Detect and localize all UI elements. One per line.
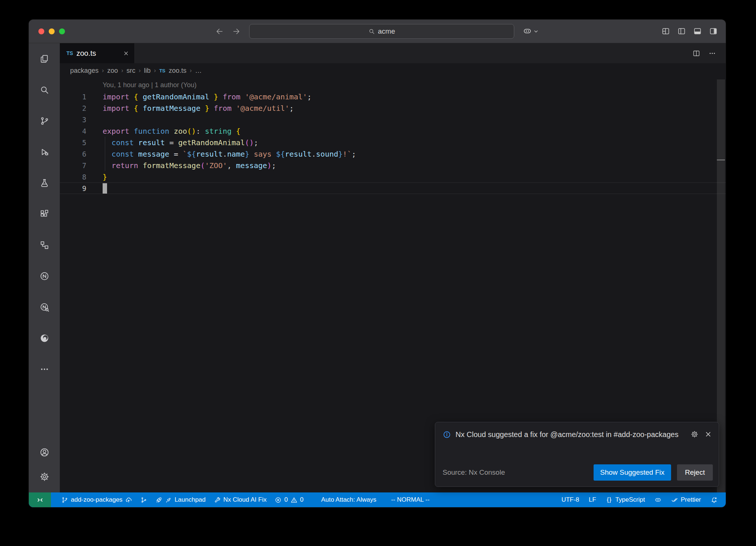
status-auto-attach[interactable]: Auto Attach: Always	[320, 492, 378, 507]
status-remote[interactable]	[29, 492, 51, 507]
files-icon	[39, 54, 49, 64]
editor-cursor	[103, 183, 107, 194]
activity-bar-item-search[interactable]	[29, 74, 60, 105]
status-nx-cloud-ai-fix-label: Nx Cloud AI Fix	[223, 496, 267, 504]
show-suggested-fix-button[interactable]: Show Suggested Fix	[594, 464, 671, 481]
plug-icon	[165, 496, 172, 504]
status-vim-mode[interactable]: -- NORMAL --	[389, 492, 431, 507]
status-launchpad[interactable]: Launchpad	[154, 492, 207, 507]
activity-bar-item-accounts[interactable]	[29, 440, 60, 464]
titlebar: acme	[29, 20, 726, 43]
window-close-button[interactable]	[38, 28, 44, 34]
activity-bar-item-settings[interactable]	[29, 464, 60, 489]
customize-layout-icon[interactable]	[662, 27, 670, 35]
breadcrumb-item[interactable]: packages	[70, 67, 99, 75]
status-copilot[interactable]	[653, 492, 663, 507]
tab-zoo-ts[interactable]: TS zoo.ts	[60, 43, 135, 63]
code-text: export function zoo(): string {	[103, 127, 240, 136]
code-line-8[interactable]: 8}	[60, 171, 726, 182]
notification-source: Source: Nx Console	[443, 468, 505, 477]
activity-bar	[29, 43, 60, 492]
activity-bar-item-edge-tools[interactable]	[29, 323, 60, 354]
code-line-1[interactable]: 1import { getRandomAnimal } from '@acme/…	[60, 91, 726, 102]
error-icon	[275, 496, 282, 504]
activity-bar-item-testing[interactable]	[29, 167, 60, 198]
status-nx-cloud-ai-fix[interactable]: Nx Cloud AI Fix	[212, 492, 268, 507]
code-text: const result = getRandomAnimal();	[103, 138, 258, 147]
breadcrumb-item[interactable]: lib	[144, 67, 151, 75]
notification-close-icon[interactable]	[704, 430, 712, 438]
navigate-forward-icon[interactable]	[232, 27, 241, 36]
line-number: 2	[60, 104, 92, 112]
breadcrumb-item[interactable]: zoo	[107, 67, 118, 75]
line-number: 6	[60, 150, 92, 158]
reject-button[interactable]: Reject	[677, 464, 713, 481]
code-line-9[interactable]: 9	[60, 182, 726, 194]
status-encoding-label: UTF-8	[561, 496, 579, 504]
code-line-2[interactable]: 2import { formatMessage } from '@acme/ut…	[60, 102, 726, 114]
breadcrumb-symbol-more[interactable]: …	[195, 67, 202, 75]
activity-bar-item-explorer[interactable]	[29, 43, 60, 74]
window-minimize-button[interactable]	[49, 28, 55, 34]
breadcrumb-item-file[interactable]: zoo.ts	[169, 67, 186, 75]
tab-close-icon[interactable]	[123, 50, 129, 57]
line-number: 4	[60, 127, 92, 135]
status-eol[interactable]: LF	[587, 492, 598, 507]
code-text: import { getRandomAnimal } from '@acme/a…	[103, 92, 312, 101]
status-problems-label: 0	[284, 496, 288, 504]
more-actions-icon[interactable]	[708, 50, 716, 57]
status-notifications[interactable]	[709, 492, 719, 507]
activity-bar-item-source-control[interactable]	[29, 105, 60, 136]
code-line-5[interactable]: 5 const result = getRandomAnimal();	[60, 137, 726, 148]
status-source-control-graph[interactable]	[139, 492, 149, 507]
notification-settings-gear-icon[interactable]	[691, 430, 698, 438]
code-line-4[interactable]: 4export function zoo(): string {	[60, 125, 726, 137]
boxes-icon	[39, 240, 49, 250]
command-center-search[interactable]: acme	[249, 24, 514, 39]
split-editor-icon[interactable]	[693, 50, 700, 57]
info-icon	[443, 430, 451, 439]
breadcrumb-item[interactable]: src	[127, 67, 135, 75]
rocket-icon	[155, 496, 162, 504]
toggle-panel-icon[interactable]	[693, 27, 702, 35]
status-language-label: TypeScript	[615, 496, 645, 504]
toggle-primary-sidebar-icon[interactable]	[677, 27, 686, 35]
navigate-back-icon[interactable]	[215, 27, 224, 36]
line-number: 3	[60, 116, 92, 124]
git-branch-icon	[61, 496, 68, 504]
activity-bar-item-nx-console[interactable]	[29, 260, 60, 291]
breadcrumb-separator: ›	[139, 67, 141, 74]
wrench-icon	[214, 496, 221, 504]
line-number: 9	[60, 184, 92, 192]
account-icon	[39, 447, 49, 457]
copilot-menu[interactable]	[523, 27, 539, 36]
chevron-down-icon	[533, 29, 539, 34]
status-language[interactable]: {}TypeScript	[604, 492, 646, 507]
breadcrumb-separator: ›	[190, 67, 192, 74]
typescript-file-icon: TS	[66, 50, 73, 56]
activity-bar-item-extensions[interactable]	[29, 198, 60, 229]
tab-label: zoo.ts	[76, 49, 96, 58]
activity-bar-item-project-structure[interactable]	[29, 229, 60, 260]
code-line-7[interactable]: 7 return formatMessage('ZOO', message);	[60, 160, 726, 171]
code-line-3[interactable]: 3	[60, 114, 726, 125]
status-problems[interactable]: 00	[273, 492, 305, 507]
status-vim-mode-label: -- NORMAL --	[391, 496, 429, 504]
nx-icon	[39, 271, 49, 281]
activity-bar-item-nx-cloud[interactable]	[29, 291, 60, 323]
status-encoding[interactable]: UTF-8	[560, 492, 581, 507]
extensions-icon	[39, 209, 49, 219]
activity-bar-item-run-and-debug[interactable]	[29, 136, 60, 167]
window-zoom-button[interactable]	[59, 28, 65, 34]
activity-bar-item-more-views[interactable]	[29, 354, 60, 385]
breadcrumb[interactable]: packages›zoo›src›lib›TSzoo.ts›…	[60, 63, 726, 78]
edge-icon	[39, 333, 49, 343]
line-number: 1	[60, 93, 92, 101]
remote-icon	[36, 496, 44, 504]
nx-search-icon	[39, 302, 49, 312]
code-line-6[interactable]: 6 const message = `${result.name} says $…	[60, 148, 726, 160]
status-prettier[interactable]: Prettier	[670, 492, 702, 507]
toggle-secondary-sidebar-icon[interactable]	[709, 27, 718, 35]
line-number: 8	[60, 173, 92, 181]
status-branch[interactable]: add-zoo-packages	[60, 492, 134, 507]
